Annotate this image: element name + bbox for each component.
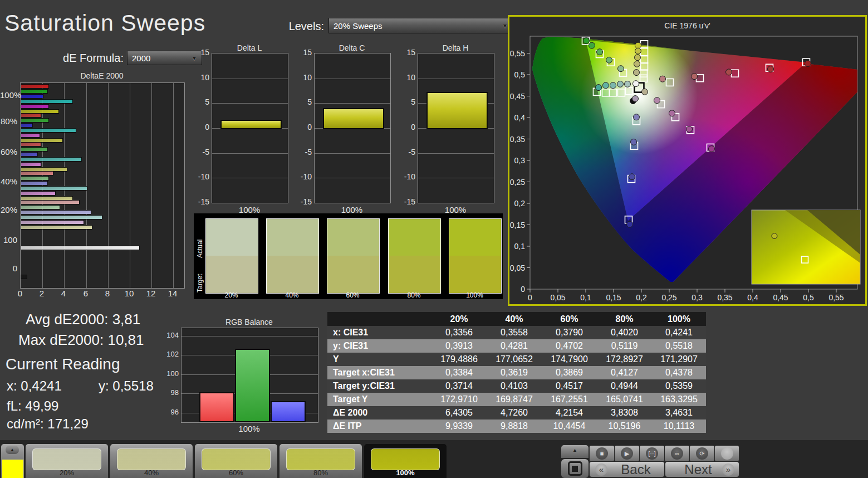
play-icon: ▶ — [621, 447, 633, 460]
step-icon: [··] — [646, 447, 658, 460]
patch-swatch — [266, 218, 319, 294]
deltae-bar — [21, 113, 41, 118]
transport-up-button[interactable]: ▲ — [561, 445, 589, 458]
mini-chart-title: Delta C — [314, 43, 390, 52]
pattern-tile-100[interactable]: 100% — [364, 444, 447, 478]
patch-actual — [267, 219, 318, 256]
de-formula-dropdown[interactable]: 2000 ▼ — [127, 51, 202, 65]
cie-x-tick: 0,05 — [550, 293, 565, 302]
deltae-bar — [21, 205, 60, 209]
rgb-y-tick: 96 — [160, 408, 179, 416]
cie-measurement-circle — [634, 61, 640, 67]
pattern-tile-swatch — [32, 448, 101, 470]
transport-stop-button[interactable]: ■ — [590, 446, 614, 461]
deltae-bar — [21, 128, 76, 133]
deltae-bar — [21, 133, 40, 138]
deltae-bar — [21, 225, 92, 230]
cie-measurement-circle — [634, 70, 640, 76]
cie-measurement-circle — [635, 42, 641, 48]
mini-y-tick: 15 — [193, 48, 209, 57]
patch-target — [449, 256, 501, 293]
mini-y-tick: -10 — [193, 172, 209, 181]
cie-measurement-circle — [642, 89, 648, 95]
patch-swatch — [388, 218, 441, 294]
table-cell: 165,0741 — [597, 393, 652, 406]
transport-blank-button[interactable] — [715, 446, 739, 461]
deltae-bar — [21, 84, 49, 89]
deltae-bar — [21, 210, 91, 214]
mini-y-tick: -5 — [295, 148, 312, 157]
cie-measurement-circle — [709, 146, 715, 152]
transport-loop-button[interactable]: ⟳ — [690, 446, 714, 461]
pattern-tile-20[interactable]: 20% — [26, 444, 108, 478]
pattern-tile-swatch — [117, 448, 186, 470]
table-header-row: 20%40%60%80%100% — [327, 312, 706, 326]
transport-step-button[interactable]: [··] — [640, 446, 664, 461]
cie-diagram-panel: CIE 1976 u'v' 00,050,10,150,20,250,30,35… — [508, 15, 867, 306]
mini-y-tick: 10 — [295, 73, 312, 82]
reading-x: x: 0,4241 — [7, 378, 62, 394]
pattern-tile-label: 20% — [26, 469, 108, 477]
mini-chart-title: Delta H — [418, 43, 493, 52]
deltae-bar — [21, 157, 82, 162]
rgb-balance-chart — [181, 328, 318, 423]
pattern-tile-80[interactable]: 80% — [279, 444, 362, 478]
rgb-balance-x-label: 100% — [181, 424, 317, 433]
cie-x-tick: 0,3 — [692, 293, 703, 302]
deltae-bar-group — [21, 200, 184, 230]
deltae-bar — [21, 275, 27, 279]
chevron-down-icon: ▼ — [502, 23, 508, 29]
deltae-bar-group — [21, 113, 184, 143]
rgb-bar-green — [235, 349, 270, 422]
deltae-x-tick: 4 — [58, 289, 69, 298]
patch-actual — [449, 219, 501, 256]
table-row-label: ΔE 2000 — [327, 406, 431, 420]
cie-x-tick: 0,15 — [606, 293, 621, 302]
pattern-window-button[interactable] — [561, 459, 589, 478]
pattern-color-swatch — [2, 459, 24, 478]
table-cell: 179,4886 — [431, 353, 487, 366]
patch-actual — [389, 219, 440, 256]
transport-play-button[interactable]: ▶ — [615, 446, 639, 461]
table-header-cell: 100% — [652, 312, 706, 326]
patch-level-label: 20% — [205, 291, 257, 299]
deltae-category-label: 40% — [0, 177, 17, 186]
deltae-bar — [21, 147, 48, 152]
levels-dropdown[interactable]: 20% Sweeps ▼ — [328, 18, 513, 33]
table-cell: 0,3558 — [487, 326, 542, 339]
cie-x-tick: 0,25 — [661, 293, 676, 302]
next-button[interactable]: Next» — [665, 462, 739, 477]
deltae-category-label: 0 — [0, 264, 17, 273]
table-row-label: Target Y — [327, 393, 431, 406]
pattern-tile-60[interactable]: 60% — [195, 444, 277, 478]
pattern-window-icon — [568, 461, 582, 476]
table-cell: 0,5359 — [652, 379, 706, 393]
pattern-up-cell: ▲ — [1, 444, 24, 478]
back-arrow-icon: « — [595, 464, 607, 476]
mini-gridline — [315, 103, 390, 104]
table-cell: 0,5518 — [652, 339, 706, 353]
table-cell: 0,5119 — [597, 339, 652, 353]
pattern-tile-40[interactable]: 40% — [110, 444, 193, 478]
deltae-chart — [20, 82, 185, 289]
table-header-cell — [327, 312, 431, 326]
mini-y-tick: -5 — [399, 148, 415, 157]
deltae-x-tick: 12 — [145, 289, 156, 298]
mini-y-tick: 0 — [295, 123, 312, 131]
pattern-tile-label: 80% — [279, 469, 362, 477]
cie-y-tick: 0,2 — [514, 199, 526, 208]
table-cell: 3,4631 — [652, 406, 706, 420]
table-cell: 0,4241 — [652, 326, 706, 339]
pattern-up-button[interactable]: ▲ — [6, 446, 19, 454]
table-cell: 174,7900 — [542, 353, 597, 366]
cie-x-tick: 0 — [528, 293, 532, 302]
back-button[interactable]: «Back — [590, 462, 664, 477]
transport-infinite-button[interactable]: ∞ — [665, 446, 689, 461]
cie-measurement-circle — [618, 66, 624, 72]
next-arrow-icon: » — [722, 464, 734, 476]
mini-gridline — [315, 153, 390, 154]
cie-x-tick: 0,5 — [803, 293, 814, 302]
table-row: Target y:CIE310,37140,41030,45170,49440,… — [327, 379, 706, 393]
table-cell: 0,4103 — [487, 379, 542, 393]
cie-measurement-circle — [692, 74, 698, 80]
